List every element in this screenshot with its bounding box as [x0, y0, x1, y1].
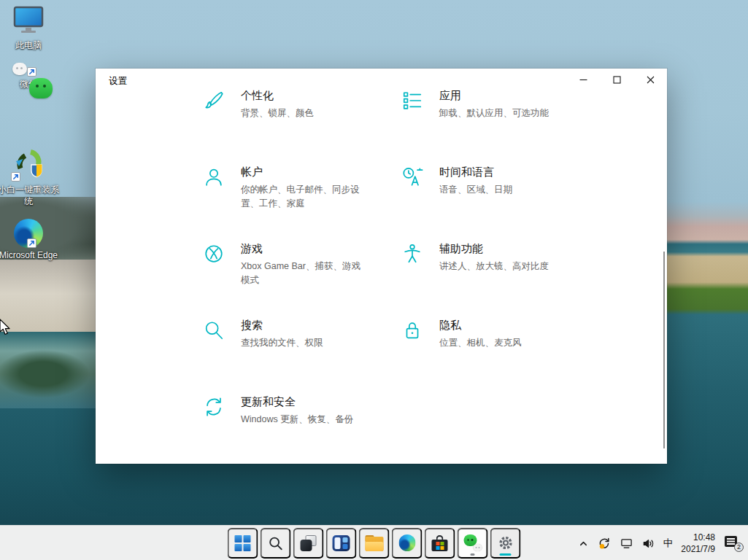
desktop-icon-edge[interactable]: Microsoft Edge	[0, 218, 60, 262]
taskbar-widgets-button[interactable]	[326, 528, 357, 559]
file-explorer-icon	[365, 535, 383, 551]
apps-icon	[401, 90, 423, 114]
close-button[interactable]	[633, 69, 667, 90]
taskbar-task-view-button[interactable]	[293, 528, 324, 559]
desktop-icon-label: 小白一键重装系统	[0, 184, 60, 207]
settings-category-update-security[interactable]: 更新和安全 Windows 更新、恢复、备份	[203, 395, 401, 472]
ime-indicator[interactable]: 中	[663, 535, 674, 551]
desktop-icon-wechat[interactable]: 微信	[0, 77, 60, 90]
category-subtitle: 语音、区域、日期	[439, 183, 512, 197]
settings-gear-icon	[497, 534, 514, 551]
settings-window: 设置 个性化 背景、锁屏、颜色 应用 卸载、默认应用、可选功能	[96, 69, 667, 464]
search-icon	[268, 535, 284, 551]
shortcut-arrow-icon	[11, 172, 20, 182]
system-tray: 中 10:48 2021/7/9 2	[577, 526, 744, 560]
settings-category-search[interactable]: 搜索 查找我的文件、权限	[203, 319, 401, 395]
category-text: 游戏 Xbox Game Bar、捕获、游戏模式	[241, 242, 369, 288]
reinstall-icon	[12, 169, 45, 182]
category-text: 时间和语言 语音、区域、日期	[439, 166, 512, 197]
desktop-icon-label: Microsoft Edge	[0, 250, 60, 262]
taskbar-file-explorer-button[interactable]	[359, 528, 390, 559]
speaker-icon	[642, 537, 655, 550]
task-view-icon	[300, 534, 317, 552]
window-controls	[566, 69, 667, 90]
settings-category-accounts[interactable]: 帐户 你的帐户、电子邮件、同步设置、工作、家庭	[203, 166, 401, 242]
category-text: 个性化 背景、锁屏、颜色	[241, 89, 314, 120]
category-title: 辅助功能	[439, 242, 549, 256]
shortcut-arrow-icon	[27, 238, 36, 248]
desktop-icon-label: 此电脑	[0, 40, 60, 52]
category-text: 帐户 你的帐户、电子邮件、同步设置、工作、家庭	[241, 166, 369, 211]
taskbar-edge-button[interactable]	[392, 528, 423, 559]
tray-network-button[interactable]	[619, 536, 634, 551]
notification-center-button[interactable]: 2	[725, 536, 744, 551]
tray-chevron-button[interactable]	[577, 537, 590, 550]
edge-icon	[398, 534, 415, 551]
this-pc-icon	[12, 25, 45, 37]
settings-category-privacy[interactable]: 隐私 位置、相机、麦克风	[401, 319, 600, 395]
maximize-button[interactable]	[600, 69, 633, 90]
monitor-icon	[12, 6, 45, 35]
sync-alert-icon	[598, 537, 611, 550]
tray-date: 2021/7/9	[681, 543, 715, 555]
category-title: 游戏	[241, 242, 369, 256]
taskbar-app-icons	[226, 528, 522, 559]
category-subtitle: 查找我的文件、权限	[241, 336, 323, 350]
category-title: 应用	[439, 89, 549, 103]
settings-category-personalization[interactable]: 个性化 背景、锁屏、颜色	[203, 89, 401, 166]
microsoft-store-icon	[432, 535, 448, 551]
category-subtitle: 讲述人、放大镜、高对比度	[439, 260, 549, 273]
taskbar-store-button[interactable]	[425, 528, 455, 559]
privacy-icon	[401, 319, 423, 344]
desktop-icon-list: 此电脑 微信 小白一键重装系统 Microsoft Edge	[0, 0, 70, 438]
category-subtitle: 背景、锁屏、颜色	[241, 106, 314, 120]
category-text: 隐私 位置、相机、麦克风	[439, 319, 522, 350]
desktop-icon-this-pc[interactable]: 此电脑	[0, 6, 60, 52]
network-icon	[620, 537, 633, 550]
category-subtitle: 你的帐户、电子邮件、同步设置、工作、家庭	[241, 183, 369, 211]
chevron-up-icon	[579, 539, 588, 548]
desktop-icon-reinstall[interactable]: 小白一键重装系统	[0, 147, 60, 207]
ease-of-access-icon	[401, 243, 423, 268]
gaming-icon	[203, 243, 225, 268]
settings-category-apps[interactable]: 应用 卸载、默认应用、可选功能	[401, 89, 600, 166]
taskbar-settings-button[interactable]	[490, 528, 521, 559]
wechat-small-bubble-icon	[12, 63, 27, 75]
search-icon	[203, 319, 225, 344]
category-text: 更新和安全 Windows 更新、恢复、备份	[241, 395, 353, 427]
settings-category-grid: 个性化 背景、锁屏、颜色 应用 卸载、默认应用、可选功能 帐户 你的帐户、电子邮…	[203, 89, 600, 472]
category-text: 辅助功能 讲述人、放大镜、高对比度	[439, 242, 549, 273]
shortcut-arrow-icon	[27, 67, 36, 77]
category-title: 更新和安全	[241, 395, 353, 409]
category-title: 隐私	[439, 319, 522, 332]
start-icon	[235, 535, 251, 551]
widgets-icon	[333, 535, 350, 551]
category-text: 搜索 查找我的文件、权限	[241, 319, 323, 350]
settings-category-time-language[interactable]: 时间和语言 语音、区域、日期	[401, 166, 600, 242]
tray-clock[interactable]: 10:48 2021/7/9	[681, 532, 715, 555]
tray-time: 10:48	[681, 532, 715, 543]
category-subtitle: Windows 更新、恢复、备份	[241, 413, 353, 427]
accounts-icon	[203, 166, 225, 191]
wechat-bubble-icon	[29, 78, 53, 98]
edge-icon	[0, 219, 60, 248]
minimize-button[interactable]	[566, 69, 600, 90]
personalization-icon	[203, 90, 225, 114]
time-language-icon	[401, 166, 423, 191]
settings-category-gaming[interactable]: 游戏 Xbox Game Bar、捕获、游戏模式	[203, 242, 401, 319]
category-subtitle: 位置、相机、麦克风	[439, 336, 522, 350]
taskbar: 中 10:48 2021/7/9 2	[0, 525, 748, 560]
tray-volume-button[interactable]	[641, 536, 656, 551]
taskbar-wechat-button[interactable]	[458, 528, 488, 559]
maximize-icon	[613, 76, 621, 84]
taskbar-start-button[interactable]	[228, 528, 258, 559]
scrollbar-thumb[interactable]	[663, 252, 666, 448]
tray-sync-button[interactable]	[596, 535, 612, 551]
category-subtitle: 卸载、默认应用、可选功能	[439, 106, 549, 120]
category-title: 搜索	[241, 319, 323, 332]
taskbar-search-button[interactable]	[261, 528, 291, 559]
settings-category-ease-of-access[interactable]: 辅助功能 讲述人、放大镜、高对比度	[401, 242, 600, 319]
close-icon	[647, 76, 655, 84]
category-subtitle: Xbox Game Bar、捕获、游戏模式	[241, 260, 369, 288]
category-text: 应用 卸载、默认应用、可选功能	[439, 89, 549, 120]
